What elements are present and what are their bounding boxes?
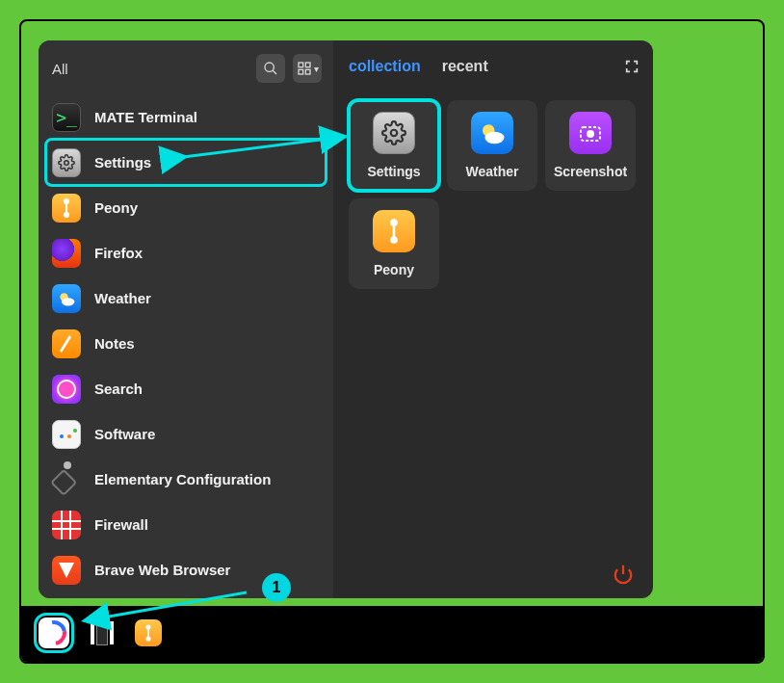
app-item-notes[interactable]: Notes [46, 321, 326, 366]
app-item-firefox[interactable]: Firefox [46, 230, 326, 276]
tab-recent[interactable]: recent [442, 58, 488, 75]
app-item-mate-terminal[interactable]: >_ MATE Terminal [46, 94, 326, 140]
svg-point-6 [65, 160, 69, 165]
grid-item-screenshot[interactable]: Screenshot [545, 100, 636, 191]
taskbar-item-peony[interactable] [135, 619, 162, 646]
svg-point-11 [62, 298, 74, 305]
svg-line-1 [273, 70, 276, 74]
start-menu-sidebar: All ▾ >_ MATE Terminal Settings [39, 40, 333, 598]
tab-collection[interactable]: collection [349, 58, 421, 75]
app-label: MATE Terminal [94, 109, 197, 125]
app-label: Firefox [94, 245, 143, 261]
app-label: Settings [94, 154, 151, 171]
app-item-software[interactable]: Software [46, 411, 326, 457]
firefox-icon [52, 239, 81, 268]
svg-point-21 [146, 625, 149, 628]
svg-point-12 [391, 130, 398, 137]
search-icon [263, 61, 278, 76]
svg-rect-5 [305, 69, 310, 74]
svg-rect-3 [305, 63, 310, 67]
svg-rect-4 [299, 69, 303, 74]
app-label: Search [94, 381, 143, 397]
app-item-weather[interactable]: Weather [46, 276, 326, 321]
firewall-icon [52, 511, 81, 539]
brave-icon [52, 556, 81, 585]
peony-icon [52, 194, 81, 223]
app-label: Notes [94, 335, 135, 352]
elementary-icon [52, 465, 81, 494]
weather-icon [52, 284, 81, 313]
svg-point-9 [65, 213, 68, 217]
power-button[interactable] [611, 562, 636, 587]
taskbar [39, 614, 162, 652]
fullscreen-button[interactable] [622, 57, 641, 76]
sidebar-title: All [52, 61, 248, 77]
svg-rect-2 [299, 63, 303, 67]
svg-point-7 [65, 199, 68, 203]
power-icon [613, 564, 634, 585]
search-app-icon [52, 375, 81, 404]
settings-icon [373, 112, 415, 154]
app-label: Peony [94, 199, 138, 216]
svg-point-0 [265, 63, 274, 71]
grid-item-weather[interactable]: Weather [447, 100, 537, 191]
grid-icon [297, 61, 312, 76]
fullscreen-icon [624, 59, 640, 74]
view-tabs: collection recent [349, 48, 641, 85]
app-item-search[interactable]: Search [46, 366, 326, 411]
peony-icon [373, 210, 415, 252]
grid-item-peony[interactable]: Peony [349, 198, 439, 289]
app-label: Weather [94, 290, 151, 306]
software-icon [52, 420, 81, 449]
grid-item-label: Peony [374, 262, 414, 277]
grid-item-label: Weather [466, 164, 519, 179]
svg-point-17 [391, 220, 396, 224]
app-item-settings[interactable]: Settings [46, 140, 326, 185]
weather-icon [471, 112, 513, 154]
notes-icon [52, 329, 81, 358]
app-item-firewall[interactable]: Firewall [46, 502, 326, 547]
collection-grid: Settings Weather Screenshot Peony [349, 85, 641, 289]
svg-point-23 [146, 637, 149, 640]
app-label: Brave Web Browser [94, 562, 230, 578]
app-item-elementary-config[interactable]: Elementary Configuration [46, 457, 326, 502]
start-menu-main: collection recent Settings Weather [333, 40, 653, 598]
app-label: Software [94, 426, 155, 442]
grid-item-label: Screenshot [554, 164, 627, 179]
svg-point-14 [485, 132, 505, 144]
app-label: Elementary Configuration [94, 471, 271, 487]
svg-point-16 [587, 130, 594, 138]
grid-item-label: Settings [367, 164, 420, 179]
app-item-peony[interactable]: Peony [46, 185, 326, 230]
start-menu: All ▾ >_ MATE Terminal Settings [39, 40, 653, 598]
task-view-button[interactable] [87, 617, 118, 648]
annotation-badge-1: 1 [262, 573, 291, 602]
terminal-icon: >_ [52, 103, 81, 132]
app-list: >_ MATE Terminal Settings Peony Firefox [39, 91, 333, 598]
svg-point-19 [391, 237, 396, 242]
grid-item-settings[interactable]: Settings [349, 100, 439, 191]
start-menu-launcher[interactable] [39, 617, 69, 648]
view-mode-button[interactable]: ▾ [293, 54, 322, 83]
screenshot-icon [569, 112, 612, 154]
settings-icon [52, 148, 81, 177]
chevron-down-icon: ▾ [314, 64, 319, 74]
search-button[interactable] [256, 54, 285, 83]
sidebar-header: All ▾ [39, 46, 333, 91]
app-label: Firewall [94, 516, 148, 533]
